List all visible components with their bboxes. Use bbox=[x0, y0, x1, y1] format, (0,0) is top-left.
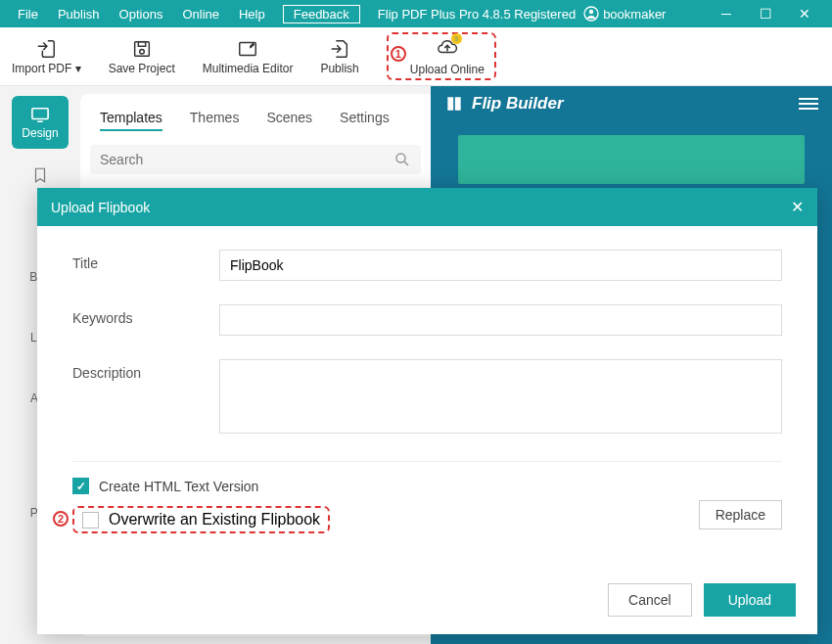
design-label: Design bbox=[22, 126, 58, 140]
user-icon bbox=[583, 6, 599, 22]
menu-bar: File Publish Options Online Help Feedbac… bbox=[0, 0, 832, 27]
menu-feedback[interactable]: Feedback bbox=[283, 5, 360, 23]
maximize-button[interactable]: ☐ bbox=[746, 6, 785, 22]
callout-1: 1 bbox=[391, 46, 406, 62]
callout-2: 2 bbox=[53, 511, 69, 527]
save-label: Save Project bbox=[109, 62, 175, 75]
import-label: Import PDF ▾ bbox=[12, 62, 81, 75]
user-account[interactable]: bookmaker bbox=[583, 6, 666, 22]
publish-button[interactable]: Publish bbox=[320, 38, 358, 75]
svg-rect-6 bbox=[32, 108, 48, 118]
svg-point-7 bbox=[396, 154, 405, 162]
dialog-title: Upload Flipbook bbox=[51, 200, 150, 215]
username: bookmaker bbox=[603, 7, 666, 22]
preview-body bbox=[458, 135, 805, 184]
brand-text: Flip Builder bbox=[472, 94, 564, 114]
menu-online[interactable]: Online bbox=[172, 7, 229, 22]
upload-button[interactable]: Upload bbox=[704, 583, 796, 617]
replace-button[interactable]: Replace bbox=[699, 500, 782, 529]
save-icon bbox=[131, 38, 153, 60]
overwrite-highlight: 2 Overwrite an Existing Flipbook bbox=[72, 506, 330, 533]
monitor-icon bbox=[29, 106, 51, 123]
tab-settings[interactable]: Settings bbox=[340, 110, 390, 131]
separator bbox=[72, 461, 782, 462]
import-icon bbox=[35, 38, 57, 60]
save-project-button[interactable]: Save Project bbox=[109, 38, 175, 75]
logo-icon bbox=[444, 94, 464, 114]
dialog-header: Upload Flipbook ✕ bbox=[37, 188, 817, 226]
menu-options[interactable]: Options bbox=[110, 7, 173, 22]
cancel-button[interactable]: Cancel bbox=[608, 583, 692, 617]
keywords-input[interactable] bbox=[219, 304, 782, 336]
svg-point-1 bbox=[589, 10, 593, 14]
multimedia-label: Multimedia Editor bbox=[203, 62, 294, 75]
description-input[interactable] bbox=[219, 359, 782, 434]
search-input[interactable] bbox=[100, 152, 393, 167]
publish-label: Publish bbox=[320, 62, 358, 75]
hamburger-icon[interactable] bbox=[799, 98, 818, 110]
tab-themes[interactable]: Themes bbox=[190, 110, 240, 131]
dialog-close-button[interactable]: ✕ bbox=[791, 198, 804, 216]
minimize-button[interactable]: ─ bbox=[707, 6, 746, 22]
title-input[interactable] bbox=[219, 250, 782, 281]
search-box[interactable] bbox=[90, 145, 421, 174]
bookmark-icon[interactable] bbox=[31, 166, 49, 184]
tab-templates[interactable]: Templates bbox=[100, 110, 162, 131]
multimedia-editor-button[interactable]: Multimedia Editor bbox=[203, 38, 294, 75]
publish-icon bbox=[329, 38, 350, 60]
upload-flipbook-dialog: Upload Flipbook ✕ Title Keywords Descrip… bbox=[37, 188, 817, 634]
svg-point-4 bbox=[139, 49, 144, 54]
create-html-checkbox[interactable] bbox=[72, 478, 89, 494]
keywords-label: Keywords bbox=[72, 304, 219, 336]
menu-help[interactable]: Help bbox=[229, 7, 275, 22]
create-html-row: Create HTML Text Version bbox=[72, 478, 782, 494]
svg-rect-3 bbox=[138, 41, 145, 46]
title-label: Title bbox=[72, 250, 219, 281]
tab-bar: Templates Themes Scenes Settings bbox=[90, 104, 421, 145]
sidebar-design[interactable]: Design bbox=[12, 96, 69, 149]
create-html-label: Create HTML Text Version bbox=[99, 479, 258, 494]
overwrite-label: Overwrite an Existing Flipbook bbox=[109, 511, 320, 529]
menu-publish[interactable]: Publish bbox=[48, 7, 110, 22]
overwrite-checkbox[interactable] bbox=[82, 512, 99, 529]
upload-label: Upload Online bbox=[410, 63, 485, 76]
dialog-footer: Cancel Upload bbox=[37, 572, 817, 634]
description-label: Description bbox=[72, 359, 219, 437]
menu-file[interactable]: File bbox=[8, 7, 48, 22]
edit-icon bbox=[237, 38, 258, 60]
app-title: Flip PDF Plus Pro 4.8.5 Registered bbox=[378, 7, 576, 22]
tab-scenes[interactable]: Scenes bbox=[266, 110, 312, 131]
upload-online-button[interactable]: $ Upload Online bbox=[410, 36, 485, 76]
close-window-button[interactable]: ✕ bbox=[785, 6, 824, 22]
upload-online-highlight: 1 $ Upload Online bbox=[387, 32, 496, 80]
coin-badge-icon: $ bbox=[451, 33, 462, 44]
import-pdf-button[interactable]: Import PDF ▾ bbox=[12, 38, 81, 75]
toolbar: Import PDF ▾ Save Project Multimedia Edi… bbox=[0, 27, 832, 86]
search-icon bbox=[393, 151, 411, 168]
flip-builder-logo: Flip Builder bbox=[444, 94, 564, 114]
